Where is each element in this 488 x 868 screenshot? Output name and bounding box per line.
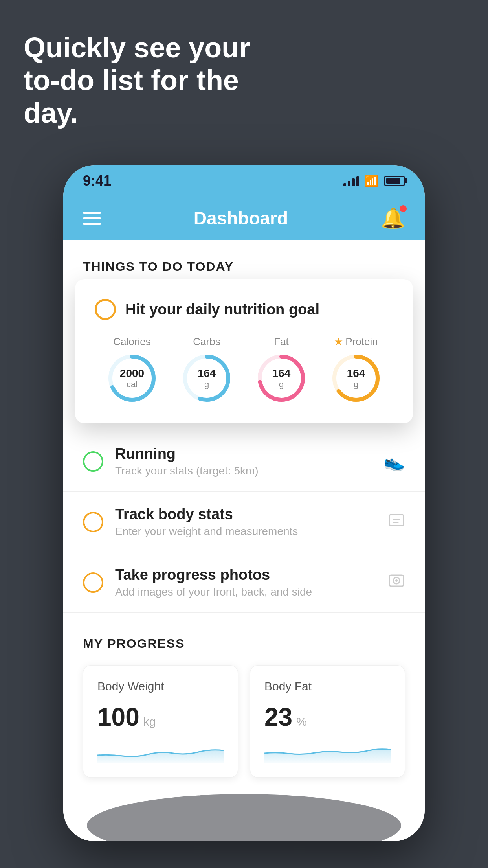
nav-bar: Dashboard 🔔 xyxy=(63,197,425,240)
phone-frame: 9:41 📶 Dashboard xyxy=(63,165,425,841)
body-fat-chart xyxy=(264,739,391,763)
todo-item-running[interactable]: Running Track your stats (target: 5km) 👟 xyxy=(63,431,425,492)
notification-bell-icon[interactable]: 🔔 xyxy=(381,207,405,230)
fat-value: 164 g xyxy=(272,368,291,389)
section-header-today: THINGS TO DO TODAY xyxy=(63,240,425,282)
calories-ring-wrapper: 2000 cal xyxy=(106,353,158,404)
carbs-label: Carbs xyxy=(193,336,220,348)
protein-ring: ★ Protein 164 g xyxy=(330,336,382,404)
progress-cards: Body Weight 100 kg xyxy=(83,665,405,778)
nutrition-rings: Calories 2000 cal xyxy=(95,336,393,404)
running-text: Running Track your stats (target: 5km) xyxy=(115,445,372,477)
status-bar: 9:41 📶 xyxy=(63,165,425,197)
notification-dot xyxy=(400,205,407,212)
body-stats-radio[interactable] xyxy=(83,512,103,532)
battery-icon xyxy=(384,176,405,186)
carbs-ring: Carbs 164 g xyxy=(181,336,232,404)
body-fat-value-row: 23 % xyxy=(264,702,391,732)
nutrition-goal-title: Hit your daily nutrition goal xyxy=(125,301,319,318)
progress-section: MY PROGRESS Body Weight 100 kg xyxy=(63,613,425,793)
todo-item-body-stats[interactable]: Track body stats Enter your weight and m… xyxy=(63,492,425,552)
photo-icon xyxy=(388,572,405,593)
progress-photos-radio[interactable] xyxy=(83,572,103,593)
nutrition-goal-card[interactable]: Hit your daily nutrition goal Calories xyxy=(75,279,413,423)
nav-title: Dashboard xyxy=(194,208,288,229)
fat-ring-wrapper: 164 g xyxy=(256,353,307,404)
carbs-value: 164 g xyxy=(198,368,216,389)
protein-label-row: ★ Protein xyxy=(334,336,378,348)
wifi-icon: 📶 xyxy=(365,175,378,188)
running-icon: 👟 xyxy=(383,451,405,472)
body-weight-card[interactable]: Body Weight 100 kg xyxy=(83,665,238,778)
svg-point-13 xyxy=(395,579,398,582)
progress-section-header: MY PROGRESS xyxy=(83,636,405,651)
body-weight-value-row: 100 kg xyxy=(97,702,224,732)
hero-title: Quickly see your to-do list for the day. xyxy=(24,31,267,129)
fat-ring: Fat 164 g xyxy=(256,336,307,404)
svg-rect-8 xyxy=(389,515,404,526)
fat-label: Fat xyxy=(274,336,289,348)
progress-photos-text: Take progress photos Add images of your … xyxy=(115,566,376,598)
body-weight-title: Body Weight xyxy=(97,680,224,693)
status-icons: 📶 xyxy=(343,175,405,188)
body-fat-card[interactable]: Body Fat 23 % xyxy=(250,665,405,778)
running-radio[interactable] xyxy=(83,451,103,472)
calories-value: 2000 cal xyxy=(120,368,144,389)
card-shadow xyxy=(87,794,401,841)
protein-value: 164 g xyxy=(347,368,365,389)
phone-container: 9:41 📶 Dashboard xyxy=(63,165,425,841)
calories-ring: Calories 2000 cal xyxy=(106,336,158,404)
signal-icon xyxy=(343,175,359,186)
scale-icon xyxy=(388,511,405,532)
body-stats-subtitle: Enter your weight and measurements xyxy=(115,525,376,538)
body-fat-title: Body Fat xyxy=(264,680,391,693)
protein-label: Protein xyxy=(345,336,378,348)
protein-ring-wrapper: 164 g xyxy=(330,353,382,404)
body-stats-title: Track body stats xyxy=(115,506,376,523)
body-weight-unit: kg xyxy=(143,715,156,728)
todo-item-progress-photos[interactable]: Take progress photos Add images of your … xyxy=(63,552,425,613)
body-stats-text: Track body stats Enter your weight and m… xyxy=(115,506,376,538)
progress-photos-subtitle: Add images of your front, back, and side xyxy=(115,586,376,598)
body-weight-chart xyxy=(97,739,224,763)
card-title-row: Hit your daily nutrition goal xyxy=(95,299,393,320)
running-title: Running xyxy=(115,445,372,462)
content-area: THINGS TO DO TODAY Hit your daily nutrit… xyxy=(63,240,425,841)
body-fat-unit: % xyxy=(296,715,307,728)
carbs-ring-wrapper: 164 g xyxy=(181,353,232,404)
nutrition-radio[interactable] xyxy=(95,299,116,320)
running-subtitle: Track your stats (target: 5km) xyxy=(115,465,372,477)
calories-label: Calories xyxy=(113,336,150,348)
progress-photos-title: Take progress photos xyxy=(115,566,376,583)
body-weight-value: 100 xyxy=(97,702,139,732)
todo-list: Running Track your stats (target: 5km) 👟… xyxy=(63,431,425,613)
body-fat-value: 23 xyxy=(264,702,292,732)
status-time: 9:41 xyxy=(83,173,111,189)
star-icon: ★ xyxy=(334,336,343,348)
hamburger-menu[interactable] xyxy=(83,212,101,225)
